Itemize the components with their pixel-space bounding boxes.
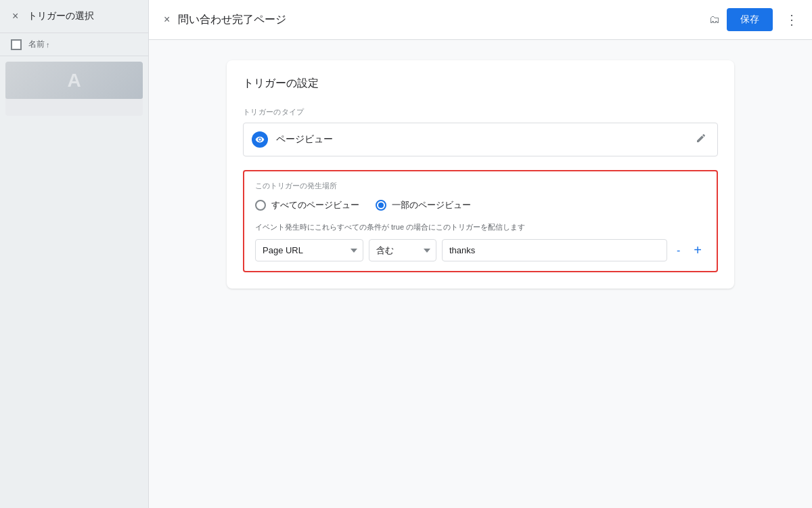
sidebar-title: トリガーの選択 [28,10,94,22]
filter-url-select[interactable]: Page URL [255,239,363,261]
radio-some-pageviews[interactable]: 一部のページビュー [376,199,471,211]
trigger-type-section-label: トリガーのタイプ [243,107,718,117]
radio-some-label: 一部のページビュー [392,199,471,211]
trigger-card-letter: A [67,70,81,91]
trigger-settings-title: トリガーの設定 [243,77,718,91]
condition-text: イベント発生時にこれらすべての条件が true の場合にこのトリガーを配信します [255,222,706,232]
sidebar-close-button[interactable]: × [11,9,20,23]
pageview-icon [252,131,268,148]
save-button[interactable]: 保存 [727,8,773,31]
trigger-card-thumbnail: A [5,62,143,99]
filter-value-input[interactable] [442,239,667,261]
filter-row: Page URL 含む - + [255,239,706,261]
content-area: トリガーの設定 トリガーのタイプ ページビュー [149,40,812,508]
main-close-button[interactable]: × [162,13,171,26]
main-area: × 問い合わせ完了ページ 🗂 保存 ⋮ トリガーの設定 トリガーのタイプ ページ… [149,0,812,508]
folder-icon[interactable]: 🗂 [709,14,720,26]
sidebar-trigger-card[interactable]: A [5,62,143,116]
trigger-settings-card: トリガーの設定 トリガーのタイプ ページビュー [227,60,734,289]
sidebar: × トリガーの選択 名前 ↑ A [0,0,149,508]
main-header: × 問い合わせ完了ページ 🗂 保存 ⋮ [149,0,812,40]
radio-all-label: すべてのページビュー [271,199,359,211]
edit-icon [696,133,706,144]
sidebar-sort-row: 名前 ↑ [0,33,148,56]
sidebar-content: A [0,56,148,508]
more-menu-button[interactable]: ⋮ [785,13,798,26]
trigger-type-name: ページビュー [276,133,693,146]
radio-group: すべてのページビュー 一部のページビュー [255,199,706,211]
filter-add-button[interactable]: + [690,240,706,261]
radio-all-circle [255,200,266,211]
filter-remove-button[interactable]: - [673,242,684,259]
sidebar-header: × トリガーの選択 [0,0,148,33]
trigger-type-edit-button[interactable] [693,130,709,149]
sidebar-select-all-checkbox[interactable] [11,39,22,50]
sidebar-sort-arrow-icon: ↑ [46,41,50,49]
trigger-type-row: ページビュー [243,123,718,156]
radio-some-circle [376,200,386,211]
filter-operator-select[interactable]: 含む [369,239,436,261]
radio-all-pageviews[interactable]: すべてのページビュー [255,199,359,211]
main-title: 問い合わせ完了ページ [178,13,702,27]
eye-svg [255,135,265,144]
sidebar-sort-label[interactable]: 名前 [28,39,45,50]
fire-section-label: このトリガーの発生場所 [255,181,706,191]
fire-conditions-section: このトリガーの発生場所 すべてのページビュー 一部のページビュー イベント発生時… [243,170,718,272]
